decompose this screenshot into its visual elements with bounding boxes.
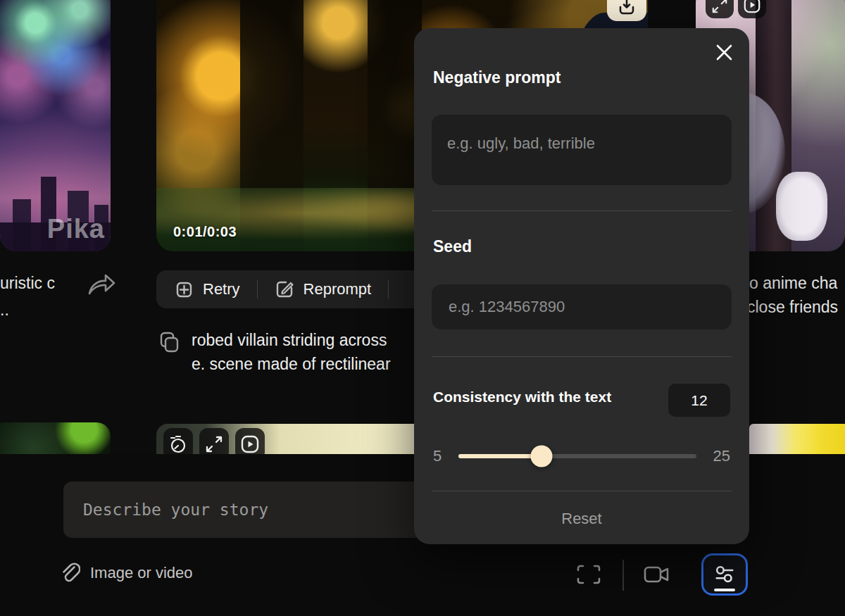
retry-button[interactable]: Retry <box>175 280 240 299</box>
frame-corners-icon[interactable] <box>576 564 601 585</box>
slider-max-label: 25 <box>713 447 730 465</box>
seed-input[interactable] <box>432 284 732 329</box>
section-divider <box>432 356 732 357</box>
stopwatch-icon <box>169 434 187 454</box>
plus-square-icon <box>175 280 194 299</box>
video-timestamp: 0:01/0:03 <box>173 224 237 240</box>
right-caption-line1: o anime cha <box>749 274 837 293</box>
slider-min-label: 5 <box>433 447 442 465</box>
retry-label: Retry <box>203 280 240 298</box>
close-button[interactable] <box>711 39 737 65</box>
play-video-button[interactable] <box>738 0 766 18</box>
expand-video-button[interactable] <box>706 0 734 18</box>
video-thumbnail-fireworks[interactable]: Pika <box>0 0 111 251</box>
video-action-toolbar: Retry Reprompt <box>156 270 452 308</box>
play-square-icon <box>743 0 761 14</box>
section-divider <box>432 210 732 211</box>
consistency-label: Consistency with the text <box>433 389 611 406</box>
prompt-text-line1: robed villain striding across <box>192 331 387 350</box>
section-divider <box>432 491 732 491</box>
attach-media-button[interactable]: Image or video <box>59 561 193 584</box>
generation-settings-modal: Negative prompt Seed Consistency with th… <box>414 28 749 544</box>
download-icon <box>618 0 636 17</box>
expand-arrows-icon <box>205 435 223 453</box>
video-camera-icon[interactable] <box>642 563 672 586</box>
slider-thumb[interactable] <box>531 446 553 467</box>
close-icon <box>715 43 734 62</box>
negative-prompt-input[interactable] <box>432 115 732 185</box>
toolbar-divider <box>388 280 389 298</box>
reset-button[interactable]: Reset <box>414 507 749 531</box>
toolbar-divider <box>257 280 258 298</box>
reprompt-label: Reprompt <box>303 280 372 298</box>
paperclip-icon <box>59 561 80 584</box>
slider-fill <box>458 454 542 458</box>
controls-divider <box>622 560 624 591</box>
consistency-slider-row: 5 25 <box>433 442 730 470</box>
right-caption-line2: close friends <box>747 298 838 317</box>
play-square-icon <box>240 434 260 454</box>
consistency-value[interactable]: 12 <box>668 384 730 417</box>
download-button[interactable] <box>607 0 646 21</box>
left-caption-line2: .. <box>0 301 9 320</box>
white-bag <box>776 172 827 241</box>
attach-media-label: Image or video <box>90 564 193 582</box>
settings-button[interactable] <box>701 553 748 596</box>
left-caption-line1: uristic c <box>0 274 55 293</box>
expand-arrows-icon <box>711 0 728 14</box>
seed-label: Seed <box>433 237 472 256</box>
sliders-icon <box>711 561 738 588</box>
negative-prompt-label: Negative prompt <box>433 68 561 87</box>
edit-pencil-icon <box>275 279 294 299</box>
prompt-text-line2: e. scene made of rectilinear <box>192 355 391 374</box>
copy-icon[interactable] <box>160 332 180 354</box>
share-arrow-icon[interactable] <box>84 270 117 299</box>
consistency-slider[interactable] <box>458 454 696 458</box>
pika-watermark: Pika <box>47 214 105 244</box>
reprompt-button[interactable]: Reprompt <box>275 279 372 299</box>
